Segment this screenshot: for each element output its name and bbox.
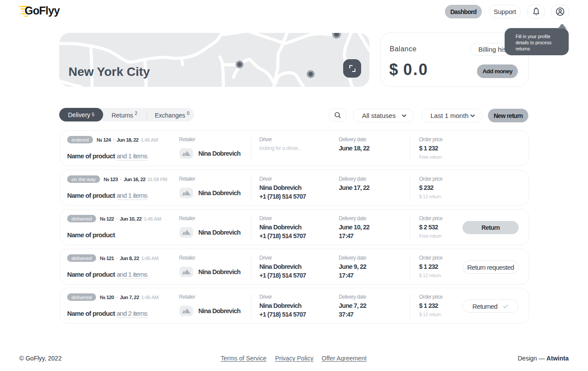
svg-text:GoFlyy: GoFlyy — [25, 4, 60, 17]
